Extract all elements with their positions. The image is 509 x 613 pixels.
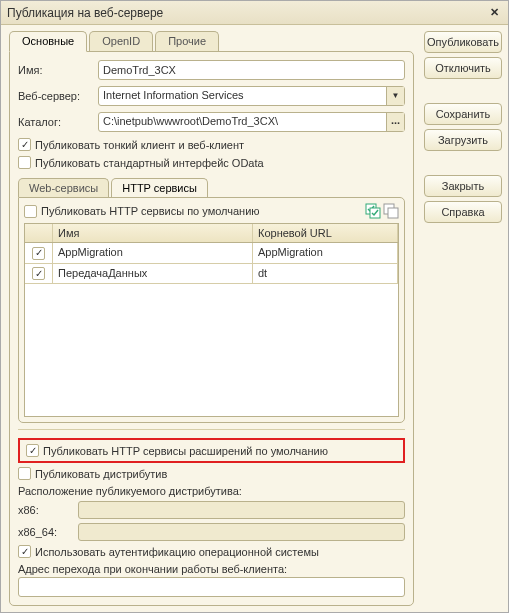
- check-all-icon[interactable]: [365, 203, 381, 219]
- label-addr: Адрес перехода при окончании работы веб-…: [18, 563, 405, 575]
- title-bar: Публикация на веб-сервере ✕: [1, 1, 508, 25]
- checkbox-os-auth[interactable]: ✓: [18, 545, 31, 558]
- tab-other[interactable]: Прочие: [155, 31, 219, 51]
- table-row[interactable]: ✓ AppMigration AppMigration: [25, 243, 398, 264]
- row-checkbox[interactable]: ✓: [32, 247, 45, 260]
- http-toolbar: Публиковать HTTP сервисы по умолчанию: [24, 203, 399, 219]
- row-x86: x86:: [18, 501, 405, 519]
- row-webserver: Веб-сервер: Internet Information Service…: [18, 86, 405, 106]
- uncheck-all-icon[interactable]: [383, 203, 399, 219]
- tab-main[interactable]: Основные: [9, 31, 87, 52]
- input-catalog-value: C:\inetpub\wwwroot\DemoTrd_3CX\: [99, 113, 386, 131]
- input-catalog[interactable]: C:\inetpub\wwwroot\DemoTrd_3CX\ ...: [98, 112, 405, 132]
- input-x86-64[interactable]: [78, 523, 405, 541]
- main-tabs: Основные OpenID Прочие: [9, 31, 414, 51]
- right-buttons: Опубликовать Отключить Сохранить Загрузи…: [422, 25, 508, 612]
- row-os-auth: ✓ Использовать аутентификацию операционн…: [18, 545, 405, 558]
- th-root: Корневой URL: [253, 224, 398, 242]
- label-dist-location: Расположение публикуемого дистрибутива:: [18, 485, 405, 497]
- chevron-down-icon[interactable]: ▼: [386, 87, 404, 105]
- label-catalog: Каталог:: [18, 116, 98, 128]
- checkbox-http-ext-default[interactable]: ✓: [26, 444, 39, 457]
- combo-webserver-value: Internet Information Services: [99, 87, 386, 105]
- row-checkbox[interactable]: ✓: [32, 267, 45, 280]
- tab-openid[interactable]: OpenID: [89, 31, 153, 51]
- checkbox-http-default[interactable]: [24, 205, 37, 218]
- table-header: Имя Корневой URL: [25, 224, 398, 243]
- table-body: ✓ AppMigration AppMigration ✓ ПередачаДа…: [25, 243, 398, 416]
- label-webserver: Веб-сервер:: [18, 90, 98, 102]
- sub-tabs: Web-сервисы HTTP сервисы: [18, 178, 405, 197]
- sub-tab-ws[interactable]: Web-сервисы: [18, 178, 109, 197]
- label-x86: x86:: [18, 504, 74, 516]
- cell-root: AppMigration: [253, 243, 398, 263]
- combo-webserver[interactable]: Internet Information Services ▼: [98, 86, 405, 106]
- main-area: Основные OpenID Прочие Имя: Веб-сервер: …: [1, 25, 508, 612]
- row-distrib: Публиковать дистрибутив: [18, 467, 405, 480]
- window-title: Публикация на веб-сервере: [7, 6, 486, 20]
- cell-root: dt: [253, 264, 398, 284]
- left-panel: Основные OpenID Прочие Имя: Веб-сервер: …: [1, 25, 422, 612]
- cell-name: AppMigration: [53, 243, 253, 263]
- browse-icon[interactable]: ...: [386, 113, 404, 131]
- input-addr[interactable]: [18, 577, 405, 597]
- checkbox-thin-client[interactable]: ✓: [18, 138, 31, 151]
- checkbox-distrib[interactable]: [18, 467, 31, 480]
- close-icon[interactable]: ✕: [486, 5, 502, 21]
- checkbox-odata[interactable]: [18, 156, 31, 169]
- load-button[interactable]: Загрузить: [424, 129, 502, 151]
- label-thin-client: Публиковать тонкий клиент и веб-клиент: [35, 139, 244, 151]
- sub-panel-http: Публиковать HTTP сервисы по умолчанию Им…: [18, 197, 405, 423]
- tab-panel-main: Имя: Веб-сервер: Internet Information Se…: [9, 51, 414, 606]
- highlight-ext-http: ✓ Публиковать HTTP сервисы расширений по…: [18, 438, 405, 463]
- label-name: Имя:: [18, 64, 98, 76]
- label-distrib: Публиковать дистрибутив: [35, 468, 167, 480]
- help-button[interactable]: Справка: [424, 201, 502, 223]
- cell-name: ПередачаДанных: [53, 264, 253, 284]
- label-x86-64: x86_64:: [18, 526, 74, 538]
- label-http-ext-default: Публиковать HTTP сервисы расширений по у…: [43, 445, 328, 457]
- label-os-auth: Использовать аутентификацию операционной…: [35, 546, 319, 558]
- row-name: Имя:: [18, 60, 405, 80]
- row-odata: Публиковать стандартный интерфейс OData: [18, 156, 405, 169]
- publish-button[interactable]: Опубликовать: [424, 31, 502, 53]
- disable-button[interactable]: Отключить: [424, 57, 502, 79]
- input-x86[interactable]: [78, 501, 405, 519]
- label-odata: Публиковать стандартный интерфейс OData: [35, 157, 264, 169]
- row-thin-client: ✓ Публиковать тонкий клиент и веб-клиент: [18, 138, 405, 151]
- row-catalog: Каталог: C:\inetpub\wwwroot\DemoTrd_3CX\…: [18, 112, 405, 132]
- input-name[interactable]: [98, 60, 405, 80]
- save-button[interactable]: Сохранить: [424, 103, 502, 125]
- row-x86-64: x86_64:: [18, 523, 405, 541]
- label-http-default: Публиковать HTTP сервисы по умолчанию: [41, 205, 260, 217]
- table-row[interactable]: ✓ ПередачаДанных dt: [25, 264, 398, 285]
- sub-tab-http[interactable]: HTTP сервисы: [111, 178, 208, 198]
- http-services-table: Имя Корневой URL ✓ AppMigration AppMigra…: [24, 223, 399, 417]
- svg-rect-3: [388, 208, 398, 218]
- th-name: Имя: [53, 224, 253, 242]
- close-button[interactable]: Закрыть: [424, 175, 502, 197]
- th-check: [25, 224, 53, 242]
